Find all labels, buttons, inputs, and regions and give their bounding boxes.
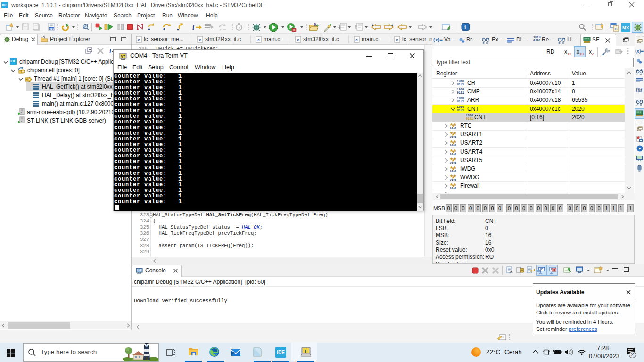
- svg-text:VT: VT: [121, 55, 126, 58]
- svg-text:.c: .c: [198, 38, 201, 42]
- svg-text:.c: .c: [296, 38, 299, 42]
- svg-text:010: 010: [50, 27, 55, 30]
- svg-text:0101: 0101: [450, 178, 457, 181]
- svg-text:0101: 0101: [450, 127, 457, 129]
- svg-text:0101: 0101: [450, 187, 457, 189]
- svg-text:.c: .c: [137, 38, 140, 42]
- svg-text:i: i: [192, 24, 195, 31]
- svg-text:0101: 0101: [450, 153, 457, 155]
- svg-text:.c: .c: [256, 38, 260, 42]
- svg-text:0101: 0101: [450, 170, 457, 172]
- svg-text:i: i: [109, 48, 111, 55]
- svg-text:.c: .c: [355, 38, 358, 42]
- svg-text:0101: 0101: [450, 161, 457, 164]
- svg-text:.c: .c: [395, 38, 398, 42]
- svg-text:T: T: [305, 349, 307, 354]
- svg-text:C: C: [615, 27, 618, 31]
- svg-text:MX: MX: [622, 25, 629, 30]
- svg-text:0101: 0101: [450, 135, 457, 138]
- svg-text:0101: 0101: [450, 144, 457, 146]
